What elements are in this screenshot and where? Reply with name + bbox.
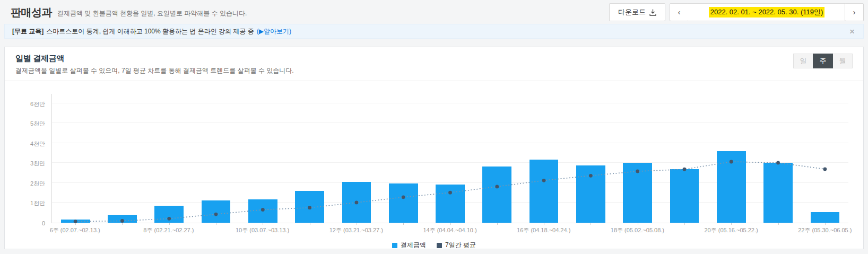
- download-button[interactable]: 다운로드: [609, 3, 665, 21]
- payment-bar[interactable]: [482, 167, 511, 223]
- tab-month[interactable]: 월: [832, 54, 853, 68]
- bar-slot: [333, 94, 380, 223]
- payment-bar[interactable]: [342, 182, 371, 223]
- x-tick-label: 14주 (04.04.~04.10.): [423, 226, 476, 234]
- bar-slot: [427, 94, 473, 223]
- daily-payment-card: 일별 결제금액 결제금액을 일별로 살펴볼 수 있으며, 7일 평균 차트를 통…: [4, 47, 864, 249]
- y-axis-labels: 01천만2천만3천만4천만5천만6천만: [5, 94, 51, 223]
- legend-swatch-icon: [392, 243, 397, 248]
- date-range-display[interactable]: 2022. 02. 01. ~ 2022. 05. 30. (119일): [688, 3, 845, 21]
- bar-slot: [99, 94, 145, 223]
- next-period-button[interactable]: ›: [845, 3, 864, 21]
- card-title: 일별 결제금액: [15, 54, 294, 64]
- header-controls: 다운로드 ‹ 2022. 02. 01. ~ 2022. 05. 30. (11…: [609, 3, 864, 21]
- payment-bar[interactable]: [576, 165, 605, 223]
- date-range-text: 2022. 02. 01. ~ 2022. 05. 30. (119일): [709, 7, 825, 17]
- y-tick-label: 5천만: [30, 120, 45, 128]
- page-subtitle: 결제금액 및 환불금액 현황을 일별, 요일별로 파악해볼 수 있습니다.: [57, 6, 247, 18]
- legend-label: 결제금액: [401, 241, 426, 250]
- x-tick-label: 18주 (05.02.~05.08.): [611, 226, 664, 234]
- period-toggle-group: 일 주 월: [794, 54, 853, 68]
- download-button-label: 다운로드: [618, 7, 646, 17]
- page-header: 판매성과 결제금액 및 환불금액 현황을 일별, 요일별로 파악해볼 수 있습니…: [0, 0, 868, 24]
- tab-week[interactable]: 주: [813, 54, 833, 68]
- bar-slot: [520, 94, 567, 223]
- payment-bar[interactable]: [202, 200, 231, 223]
- notice-tag: [무료 교육]: [12, 27, 44, 36]
- bar-slot: [146, 94, 193, 223]
- y-tick-label: 6천만: [30, 100, 45, 108]
- x-tick-label: 16주 (04.18.~04.24.): [517, 226, 570, 234]
- x-tick-label: 10주 (03.07.~03.13.): [236, 226, 289, 234]
- bar-slot: [614, 94, 661, 223]
- legend-item: 결제금액: [392, 241, 426, 250]
- y-tick-label: 2천만: [30, 179, 45, 187]
- card-header: 일별 결제금액 결제금액을 일별로 살펴볼 수 있으며, 7일 평균 차트를 통…: [5, 47, 863, 81]
- bar-slot: [193, 94, 239, 223]
- y-tick-label: 3천만: [30, 160, 45, 168]
- y-tick-label: 0: [42, 220, 45, 226]
- plot-area: [51, 94, 848, 223]
- card-description: 결제금액을 일별로 살펴볼 수 있으며, 7일 평균 차트를 통해 결제금액 트…: [15, 66, 294, 75]
- x-tick-label: 22주 (05.30.~06.05.): [798, 226, 852, 234]
- legend-item: 7일간 평균: [437, 241, 476, 250]
- y-tick-label: 4천만: [30, 139, 45, 147]
- bar-slot: [52, 94, 99, 223]
- bar-slot: [567, 94, 614, 223]
- page-title: 판매성과: [11, 5, 52, 20]
- payment-bar[interactable]: [530, 160, 559, 223]
- chevron-left-icon: ‹: [678, 7, 681, 16]
- bar-slot: [239, 94, 286, 223]
- payment-bar[interactable]: [763, 163, 793, 223]
- x-tick-label: 8주 (02.21.~02.27.): [143, 226, 194, 234]
- payment-bar[interactable]: [295, 191, 324, 223]
- payment-bar[interactable]: [108, 215, 137, 223]
- notice-learn-more-link[interactable]: (▶알아보기): [257, 27, 291, 36]
- chart-area: 01천만2천만3천만4천만5천만6천만 6주 (02.07.~02.13.)8주…: [5, 81, 863, 236]
- bar-slot: [380, 94, 427, 223]
- x-tick-label: 6주 (02.07.~02.13.): [50, 226, 100, 234]
- bar-series: [52, 94, 848, 223]
- bar-slot: [474, 94, 520, 223]
- close-icon[interactable]: ×: [849, 27, 855, 36]
- x-tick-label: 20주 (05.16.~05.22.): [705, 226, 758, 234]
- payment-bar[interactable]: [623, 163, 652, 223]
- prev-period-button[interactable]: ‹: [670, 3, 689, 21]
- bar-slot: [754, 94, 801, 223]
- chart-legend: 결제금액7일간 평균: [5, 236, 863, 254]
- bar-slot: [286, 94, 333, 223]
- promo-notice-bar: [무료 교육] 스마트스토어 통계, 쉽게 이해하고 100% 활용하는 법 온…: [4, 24, 864, 39]
- payment-bar[interactable]: [389, 183, 418, 223]
- payment-bar[interactable]: [436, 185, 465, 223]
- payment-bar[interactable]: [811, 212, 840, 223]
- download-icon: [649, 9, 656, 16]
- notice-text: 스마트스토어 통계, 쉽게 이해하고 100% 활용하는 법 온라인 강의 제공…: [46, 27, 254, 36]
- payment-bar[interactable]: [154, 206, 184, 223]
- tab-day[interactable]: 일: [793, 54, 813, 68]
- legend-swatch-icon: [437, 243, 442, 248]
- legend-label: 7일간 평균: [445, 241, 476, 250]
- chevron-right-icon: ›: [853, 7, 856, 16]
- x-axis-labels: 6주 (02.07.~02.13.)8주 (02.21.~02.27.)10주 …: [51, 223, 848, 236]
- date-range-navigator: ‹ 2022. 02. 01. ~ 2022. 05. 30. (119일) ›: [670, 3, 864, 21]
- payment-bar[interactable]: [248, 199, 277, 223]
- x-tick-label: 12주 (03.21.~03.27.): [329, 226, 383, 234]
- payment-bar[interactable]: [670, 169, 699, 223]
- y-tick-label: 1천만: [30, 199, 45, 207]
- bar-slot: [661, 94, 708, 223]
- bar-slot: [802, 94, 848, 223]
- bar-slot: [708, 94, 754, 223]
- payment-bar[interactable]: [717, 151, 746, 223]
